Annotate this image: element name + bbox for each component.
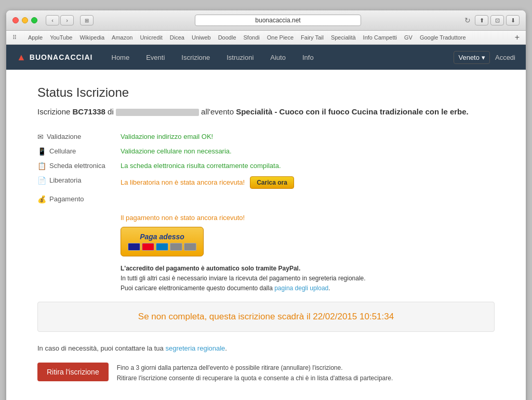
minimize-button[interactable]	[22, 17, 28, 23]
withdraw-line1: Fino a 3 giorni dalla partenza dell'even…	[117, 364, 343, 371]
label-liberatoria: Liberatoria	[49, 176, 81, 184]
header-middle: di	[105, 107, 114, 116]
header-prefix: Iscrizione	[37, 107, 73, 116]
status-label-cellulare: 📱 Cellulare	[37, 147, 121, 156]
pagamento-icon: 💰	[37, 195, 46, 203]
status-row-cellulare: 📱 Cellulare Validazione cellulare non ne…	[37, 147, 495, 156]
bookmark-amazon[interactable]: Amazon	[112, 34, 132, 41]
traffic-lights	[12, 17, 37, 23]
visa-icon	[128, 243, 140, 251]
bookmark-wikipedia[interactable]: Wikipedia	[79, 34, 104, 41]
back-button[interactable]: ‹	[46, 15, 59, 25]
card-other2-icon	[184, 243, 196, 251]
paypal-info-end: .	[328, 285, 330, 292]
paypal-text: Paga adesso	[140, 233, 184, 241]
nav-right: Veneto ▾ Accedi	[454, 51, 515, 64]
region-label: Veneto	[458, 54, 480, 61]
status-value-validazione: Validazione indirizzo email OK!	[121, 133, 213, 140]
carica-ora-button[interactable]: Carica ora	[250, 176, 294, 189]
status-value-liberatoria-container: La liberatoria non è stata ancora ricevu…	[121, 176, 294, 189]
status-row-validazione: ✉ Validazione Validazione indirizzo emai…	[37, 133, 495, 141]
refresh-button[interactable]: ↻	[464, 16, 471, 24]
label-scheda: Scheda elettronica	[49, 162, 105, 170]
nav-aiuto[interactable]: Aiuto	[262, 45, 294, 70]
chevron-down-icon: ▾	[482, 54, 485, 61]
phone-icon: 📱	[37, 147, 46, 156]
nav-info[interactable]: Info	[294, 45, 322, 70]
main-navigation: ▲ BuonaCacciai Home Eventi Iscrizione Is…	[6, 45, 526, 70]
bookmark-specialita[interactable]: Specialità	[331, 34, 356, 41]
segreteria-link[interactable]: segreteria regionale	[165, 344, 225, 352]
label-pagamento: Pagamento	[49, 195, 84, 203]
share-button[interactable]: ⬆	[475, 15, 488, 25]
bookmark-infocampetti[interactable]: Info Campetti	[363, 34, 397, 41]
page-title: Status Iscrizione	[37, 85, 495, 100]
add-tab-button[interactable]: +	[515, 33, 520, 42]
paypal-button[interactable]: Paga adesso	[121, 227, 204, 256]
bookmark-onepiece[interactable]: One Piece	[267, 34, 294, 41]
brand-logo[interactable]: ▲ BuonaCacciai	[17, 52, 93, 63]
amex-icon	[156, 243, 168, 251]
bookmark-doodle[interactable]: Doodle	[218, 34, 236, 41]
nav-buttons: ‹ ›	[46, 15, 74, 25]
label-validazione: Validazione	[47, 133, 81, 140]
mastercard-icon	[142, 243, 154, 251]
withdraw-section: Ritira l'iscrizione Fino a 3 giorni dall…	[37, 363, 495, 384]
status-table: ✉ Validazione Validazione indirizzo emai…	[37, 133, 495, 203]
status-value-cellulare: Validazione cellulare non necessaria.	[121, 147, 232, 155]
title-bar: ‹ › ⊞ ↻ ⬆ ⊡ ⬇	[6, 10, 526, 31]
expiry-text: Se non completa, questa iscrizione scadr…	[50, 312, 482, 322]
status-value-scheda: La scheda elettronica risulta correttame…	[121, 162, 281, 170]
bookmark-fairytail[interactable]: Fairy Tail	[301, 34, 324, 41]
toolbar-right: ⬆ ⊡ ⬇	[475, 15, 520, 25]
payment-info: L'accredito del pagamento è automatico s…	[121, 264, 495, 294]
withdraw-button[interactable]: Ritira l'iscrizione	[37, 363, 109, 381]
reading-list-button[interactable]: ⊡	[490, 15, 504, 25]
close-button[interactable]	[12, 17, 19, 23]
status-value-liberatoria: La liberatoria non è stata ancora ricevu…	[121, 178, 245, 186]
nav-iscrizione[interactable]: Iscrizione	[173, 45, 218, 70]
bookmarks-menu[interactable]: ⠿	[12, 34, 17, 41]
status-label-scheda: 📋 Scheda elettronica	[37, 162, 121, 170]
nav-istruzioni[interactable]: Istruzioni	[218, 45, 262, 70]
payment-section: Il pagamento non è stato ancora ricevuto…	[121, 214, 495, 294]
bookmark-unicredit[interactable]: Unicredit	[140, 34, 162, 41]
status-label-validazione: ✉ Validazione	[37, 133, 121, 141]
liberatoria-icon: 📄	[37, 176, 46, 185]
bookmark-sfondi[interactable]: Sfondi	[244, 34, 260, 41]
downloads-button[interactable]: ⬇	[506, 15, 520, 25]
bookmark-googletraduttore[interactable]: Google Traduttore	[420, 34, 466, 41]
nav-links: Home Eventi Iscrizione Istruzioni Aiuto …	[103, 45, 454, 70]
payment-warning: Il pagamento non è stato ancora ricevuto…	[121, 214, 495, 222]
withdraw-line2: Ritirare l'iscrizione consente di recupe…	[117, 375, 393, 382]
brand-name: BuonaCacciai	[30, 53, 93, 61]
user-name-redacted	[116, 109, 199, 116]
paypal-info-line2: Puoi caricare elettronicamente questo do…	[121, 285, 274, 292]
bookmark-gv[interactable]: GV	[404, 34, 413, 41]
card-other-icon	[170, 243, 182, 251]
bookmark-youtube[interactable]: YouTube	[50, 34, 72, 41]
bookmark-dicea[interactable]: Dicea	[170, 34, 184, 41]
forward-button[interactable]: ›	[60, 15, 74, 25]
expiry-box: Se non completa, questa iscrizione scadr…	[37, 302, 495, 332]
url-input[interactable]	[195, 15, 361, 26]
paypal-info-line1: In tutti gli altri casi è necessario inv…	[121, 275, 366, 282]
sidebar-button[interactable]: ⊞	[80, 15, 94, 25]
bookmark-apple[interactable]: Apple	[28, 34, 43, 41]
browser-window: ‹ › ⊞ ↻ ⬆ ⊡ ⬇ ⠿ Apple YouTube Wikipedia …	[6, 10, 526, 400]
event-name: Specialità - Cuoco con il fuoco Cucina t…	[236, 107, 469, 116]
scheda-icon: 📋	[37, 162, 46, 170]
iscrizione-header: Iscrizione BC71338 di all'evento Special…	[37, 106, 495, 118]
nav-eventi[interactable]: Eventi	[138, 45, 173, 70]
nav-home[interactable]: Home	[103, 45, 138, 70]
region-selector[interactable]: Veneto ▾	[454, 51, 490, 64]
login-button[interactable]: Accedi	[495, 54, 515, 61]
page-content: Status Iscrizione Iscrizione BC71338 di …	[6, 70, 526, 400]
brand-icon: ▲	[17, 52, 26, 63]
bookmarks-bar: ⠿ Apple YouTube Wikipedia Amazon Unicred…	[6, 31, 526, 45]
upload-link[interactable]: pagina degli upload	[274, 285, 328, 292]
bookmark-uniweb[interactable]: Uniweb	[192, 34, 211, 41]
fullscreen-button[interactable]	[31, 17, 37, 23]
header-suffix: all'evento	[199, 107, 236, 116]
status-row-pagamento: 💰 Pagamento	[37, 195, 495, 203]
